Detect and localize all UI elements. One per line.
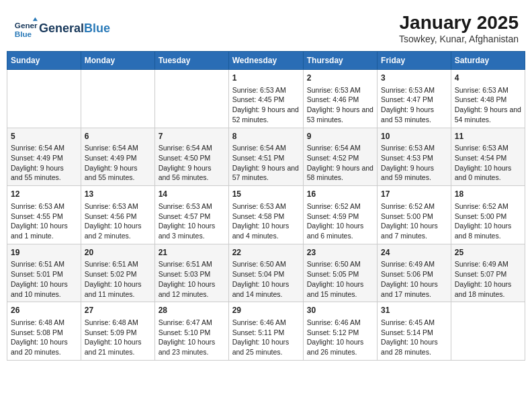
cell-content: Sunrise: 6:52 AM Sunset: 5:00 PM Dayligh…: [455, 201, 521, 241]
cell-content: Sunrise: 6:52 AM Sunset: 4:59 PM Dayligh…: [307, 201, 373, 241]
cell-content: Sunrise: 6:53 AM Sunset: 4:48 PM Dayligh…: [455, 85, 521, 125]
cell-date: 18: [455, 189, 521, 200]
title-block: January 2025 Tsowkey, Kunar, Afghanistan: [399, 12, 519, 44]
cell-content: Sunrise: 6:53 AM Sunset: 4:53 PM Dayligh…: [381, 143, 447, 183]
calendar-cell: 30Sunrise: 6:46 AM Sunset: 5:12 PM Dayli…: [303, 302, 377, 361]
calendar-cell: 2Sunrise: 6:53 AM Sunset: 4:46 PM Daylig…: [303, 70, 377, 128]
cell-content: Sunrise: 6:54 AM Sunset: 4:51 PM Dayligh…: [232, 143, 300, 183]
cell-content: Sunrise: 6:54 AM Sunset: 4:49 PM Dayligh…: [11, 143, 77, 183]
week-row-2: 12Sunrise: 6:53 AM Sunset: 4:55 PM Dayli…: [7, 186, 525, 244]
cell-content: Sunrise: 6:53 AM Sunset: 4:45 PM Dayligh…: [232, 85, 300, 125]
calendar-cell: [81, 70, 154, 128]
week-row-3: 19Sunrise: 6:51 AM Sunset: 5:01 PM Dayli…: [7, 244, 525, 302]
cell-date: 9: [307, 131, 373, 142]
calendar-cell: 1Sunrise: 6:53 AM Sunset: 4:45 PM Daylig…: [228, 70, 303, 128]
calendar-cell: [451, 302, 525, 361]
cell-date: 17: [381, 189, 447, 200]
cell-content: Sunrise: 6:46 AM Sunset: 5:11 PM Dayligh…: [232, 318, 300, 357]
cell-date: 31: [381, 305, 447, 316]
cell-content: Sunrise: 6:48 AM Sunset: 5:09 PM Dayligh…: [85, 318, 151, 357]
cell-content: Sunrise: 6:49 AM Sunset: 5:06 PM Dayligh…: [381, 259, 447, 299]
cell-content: Sunrise: 6:54 AM Sunset: 4:49 PM Dayligh…: [85, 143, 151, 183]
calendar-cell: 22Sunrise: 6:50 AM Sunset: 5:04 PM Dayli…: [228, 244, 303, 302]
cell-date: 23: [307, 247, 373, 259]
calendar-cell: 28Sunrise: 6:47 AM Sunset: 5:10 PM Dayli…: [154, 302, 228, 361]
calendar-cell: 21Sunrise: 6:51 AM Sunset: 5:03 PM Dayli…: [154, 244, 228, 302]
svg-text:Blue: Blue: [15, 30, 32, 38]
day-header-monday: Monday: [81, 52, 154, 70]
calendar-cell: 26Sunrise: 6:48 AM Sunset: 5:08 PM Dayli…: [7, 302, 81, 361]
cell-content: Sunrise: 6:50 AM Sunset: 5:04 PM Dayligh…: [232, 259, 300, 299]
cell-date: 8: [232, 131, 300, 142]
calendar-cell: 4Sunrise: 6:53 AM Sunset: 4:48 PM Daylig…: [451, 70, 525, 128]
cell-date: 13: [85, 189, 151, 200]
cell-date: 5: [11, 131, 77, 142]
cell-date: 2: [307, 73, 373, 84]
logo: General Blue GeneralBlue: [13, 16, 110, 40]
cell-date: 12: [11, 189, 77, 200]
calendar-header-row: SundayMondayTuesdayWednesdayThursdayFrid…: [7, 52, 525, 70]
cell-content: Sunrise: 6:54 AM Sunset: 4:52 PM Dayligh…: [307, 143, 373, 183]
cell-content: Sunrise: 6:49 AM Sunset: 5:07 PM Dayligh…: [455, 259, 521, 299]
calendar-cell: [7, 70, 81, 128]
calendar-title: January 2025: [399, 12, 519, 34]
day-header-friday: Friday: [378, 52, 451, 70]
svg-text:General: General: [15, 21, 38, 30]
cell-content: Sunrise: 6:53 AM Sunset: 4:46 PM Dayligh…: [307, 85, 373, 125]
cell-content: Sunrise: 6:53 AM Sunset: 4:54 PM Dayligh…: [455, 143, 521, 183]
cell-content: Sunrise: 6:47 AM Sunset: 5:10 PM Dayligh…: [159, 318, 225, 357]
cell-date: 21: [159, 247, 225, 259]
day-header-tuesday: Tuesday: [154, 52, 228, 70]
calendar-cell: 19Sunrise: 6:51 AM Sunset: 5:01 PM Dayli…: [7, 244, 81, 302]
cell-date: 28: [159, 305, 225, 316]
page-header: General Blue GeneralBlue January 2025 Ts…: [7, 7, 525, 47]
cell-content: Sunrise: 6:53 AM Sunset: 4:55 PM Dayligh…: [11, 201, 77, 241]
cell-date: 11: [455, 131, 521, 142]
calendar-cell: 8Sunrise: 6:54 AM Sunset: 4:51 PM Daylig…: [228, 128, 303, 186]
calendar-cell: 15Sunrise: 6:53 AM Sunset: 4:58 PM Dayli…: [228, 186, 303, 244]
calendar-cell: 13Sunrise: 6:53 AM Sunset: 4:56 PM Dayli…: [81, 186, 154, 244]
cell-content: Sunrise: 6:51 AM Sunset: 5:01 PM Dayligh…: [11, 259, 77, 299]
calendar-cell: 31Sunrise: 6:45 AM Sunset: 5:14 PM Dayli…: [378, 302, 451, 361]
calendar-cell: 3Sunrise: 6:53 AM Sunset: 4:47 PM Daylig…: [378, 70, 451, 128]
day-header-thursday: Thursday: [303, 52, 377, 70]
day-header-saturday: Saturday: [451, 52, 525, 70]
cell-date: 26: [11, 305, 77, 316]
calendar-cell: 25Sunrise: 6:49 AM Sunset: 5:07 PM Dayli…: [451, 244, 525, 302]
cell-date: 19: [11, 247, 77, 259]
calendar-cell: 10Sunrise: 6:53 AM Sunset: 4:53 PM Dayli…: [378, 128, 451, 186]
week-row-4: 26Sunrise: 6:48 AM Sunset: 5:08 PM Dayli…: [7, 302, 525, 361]
cell-date: 24: [381, 247, 447, 259]
calendar-table: SundayMondayTuesdayWednesdayThursdayFrid…: [7, 51, 525, 361]
calendar-cell: 14Sunrise: 6:53 AM Sunset: 4:57 PM Dayli…: [154, 186, 228, 244]
cell-date: 22: [232, 247, 300, 259]
cell-content: Sunrise: 6:51 AM Sunset: 5:03 PM Dayligh…: [159, 259, 225, 299]
calendar-cell: [154, 70, 228, 128]
cell-date: 30: [307, 305, 373, 316]
calendar-cell: 6Sunrise: 6:54 AM Sunset: 4:49 PM Daylig…: [81, 128, 154, 186]
cell-date: 14: [159, 189, 225, 200]
calendar-cell: 12Sunrise: 6:53 AM Sunset: 4:55 PM Dayli…: [7, 186, 81, 244]
cell-content: Sunrise: 6:53 AM Sunset: 4:56 PM Dayligh…: [85, 201, 151, 241]
cell-date: 3: [381, 73, 447, 84]
cell-content: Sunrise: 6:48 AM Sunset: 5:08 PM Dayligh…: [11, 318, 77, 357]
cell-date: 1: [232, 73, 300, 84]
cell-content: Sunrise: 6:54 AM Sunset: 4:50 PM Dayligh…: [159, 143, 225, 183]
cell-content: Sunrise: 6:53 AM Sunset: 4:57 PM Dayligh…: [159, 201, 225, 241]
logo-icon: General Blue: [13, 16, 38, 40]
calendar-cell: 16Sunrise: 6:52 AM Sunset: 4:59 PM Dayli…: [303, 186, 377, 244]
cell-content: Sunrise: 6:51 AM Sunset: 5:02 PM Dayligh…: [85, 259, 151, 299]
logo-text-general: General: [39, 21, 84, 35]
cell-date: 6: [85, 131, 151, 142]
calendar-cell: 18Sunrise: 6:52 AM Sunset: 5:00 PM Dayli…: [451, 186, 525, 244]
cell-date: 29: [232, 305, 300, 316]
cell-date: 7: [159, 131, 225, 142]
cell-date: 27: [85, 305, 151, 316]
calendar-cell: 7Sunrise: 6:54 AM Sunset: 4:50 PM Daylig…: [154, 128, 228, 186]
cell-date: 20: [85, 247, 151, 259]
calendar-cell: 5Sunrise: 6:54 AM Sunset: 4:49 PM Daylig…: [7, 128, 81, 186]
logo-text-blue: Blue: [84, 21, 110, 35]
week-row-1: 5Sunrise: 6:54 AM Sunset: 4:49 PM Daylig…: [7, 128, 525, 186]
calendar-cell: 20Sunrise: 6:51 AM Sunset: 5:02 PM Dayli…: [81, 244, 154, 302]
cell-date: 4: [455, 73, 521, 84]
